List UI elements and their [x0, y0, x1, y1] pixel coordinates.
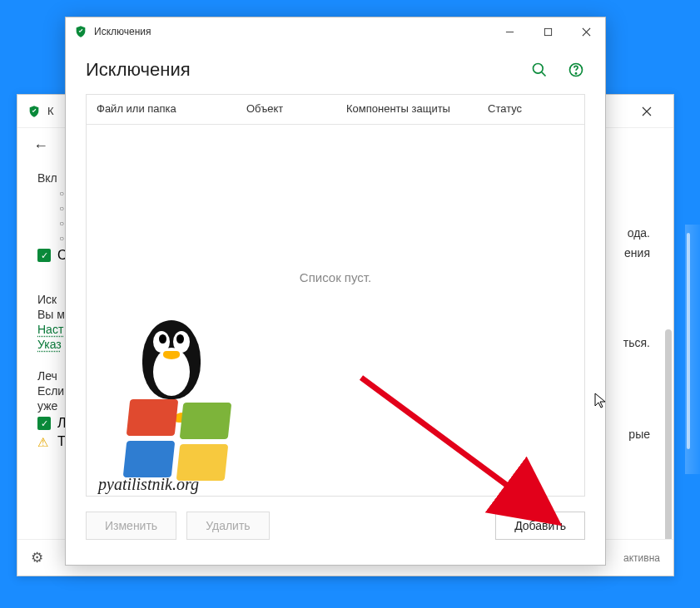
checkbox-checked-icon: ✓	[37, 417, 51, 430]
exclusions-footer: Изменить Удалить Добавить	[66, 497, 605, 555]
help-icon[interactable]	[567, 61, 585, 79]
parent-close-button[interactable]	[630, 95, 663, 128]
column-object[interactable]: Объект	[236, 95, 336, 124]
page-title: Исключения	[86, 59, 191, 81]
column-status[interactable]: Статус	[478, 95, 569, 124]
shield-icon	[74, 25, 87, 38]
checkbox-checked-icon: ✓	[37, 249, 51, 262]
truncated-text: ения	[624, 246, 650, 260]
link-specify[interactable]: Указ	[37, 338, 62, 351]
link-settings[interactable]: Наст	[37, 323, 63, 336]
truncated-text: ться.	[623, 336, 650, 349]
window-controls	[490, 18, 605, 45]
exclusions-header: Исключения	[66, 46, 605, 94]
exclusions-window: Исключения Исключения Файл или папка Объ…	[65, 17, 606, 566]
back-button[interactable]: ←	[31, 136, 51, 156]
maximize-button[interactable]	[529, 18, 567, 45]
window-title: Исключения	[94, 26, 151, 37]
svg-point-1	[534, 64, 544, 74]
search-icon[interactable]	[530, 61, 549, 79]
truncated-text: ода.	[628, 226, 650, 240]
svg-point-3	[575, 73, 576, 74]
empty-list-text: Список пуст.	[300, 270, 371, 284]
exclusions-titlebar: Исключения	[66, 17, 605, 46]
column-file-or-folder[interactable]: Файл или папка	[87, 95, 236, 124]
exclusions-table: Файл или папка Объект Компоненты защиты …	[86, 94, 585, 497]
shield-icon	[27, 105, 41, 118]
table-header: Файл или папка Объект Компоненты защиты …	[87, 95, 584, 125]
delete-button: Удалить	[186, 512, 269, 540]
status-text: активна	[623, 552, 660, 564]
parent-title: К	[47, 105, 54, 117]
edit-button: Изменить	[86, 512, 176, 540]
close-button[interactable]	[567, 18, 605, 45]
svg-rect-0	[544, 28, 551, 35]
column-protection-components[interactable]: Компоненты защиты	[336, 95, 478, 124]
truncated-text: рые	[628, 428, 650, 441]
warning-icon: ⚠	[37, 435, 51, 448]
scrollbar-thumb[interactable]	[665, 329, 672, 539]
desktop-edge	[685, 225, 700, 474]
table-body-empty: Список пуст.	[87, 125, 584, 496]
gear-icon[interactable]: ⚙	[31, 549, 43, 566]
add-button[interactable]: Добавить	[495, 512, 585, 540]
minimize-button[interactable]	[490, 18, 529, 45]
